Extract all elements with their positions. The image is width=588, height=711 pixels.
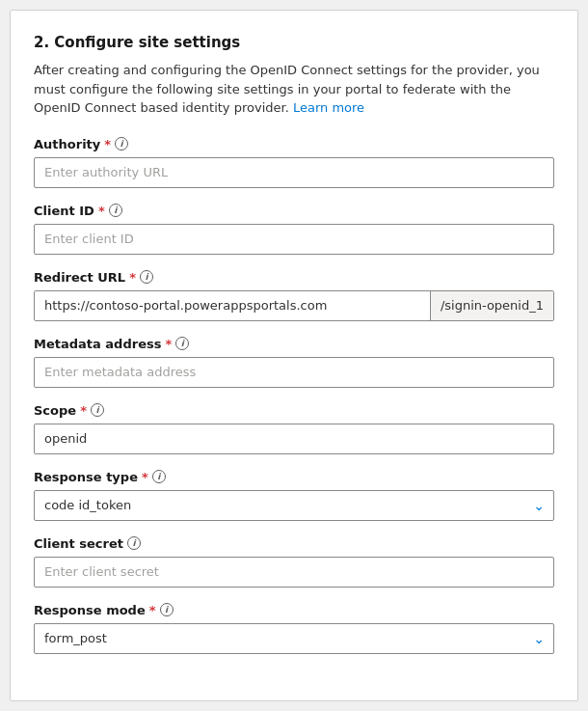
response-mode-field-group: Response mode * i form_post query fragme… <box>34 603 554 654</box>
client-secret-info-icon[interactable]: i <box>127 536 141 550</box>
authority-label: Authority <box>34 137 100 151</box>
scope-info-icon[interactable]: i <box>91 403 104 417</box>
client-secret-input[interactable] <box>34 557 554 588</box>
response-type-label-row: Response type * i <box>34 470 554 484</box>
authority-label-row: Authority * i <box>34 137 554 151</box>
scope-input[interactable] <box>34 424 554 454</box>
redirect-url-label-row: Redirect URL * i <box>34 270 554 285</box>
scope-field-group: Scope * i <box>34 403 554 454</box>
metadata-address-required: * <box>165 337 172 351</box>
response-mode-label-row: Response mode * i <box>34 603 554 617</box>
authority-required: * <box>104 137 111 151</box>
configure-site-settings-card: 2. Configure site settings After creatin… <box>10 10 578 701</box>
metadata-address-label: Metadata address <box>34 337 161 351</box>
response-type-label: Response type <box>34 470 138 484</box>
client-id-info-icon[interactable]: i <box>109 204 122 217</box>
redirect-url-label: Redirect URL <box>34 270 125 285</box>
metadata-address-input[interactable] <box>34 357 554 388</box>
redirect-url-suffix: /signin-openid_1 <box>430 291 553 320</box>
authority-field-group: Authority * i <box>34 137 554 188</box>
learn-more-link[interactable]: Learn more <box>293 100 364 115</box>
response-mode-required: * <box>149 603 156 617</box>
metadata-address-field-group: Metadata address * i <box>34 337 554 388</box>
client-id-required: * <box>98 204 105 218</box>
client-id-label-row: Client ID * i <box>34 204 554 218</box>
response-type-field-group: Response type * i code id_token code id_… <box>34 470 554 521</box>
response-type-info-icon[interactable]: i <box>152 470 166 483</box>
client-secret-label: Client secret <box>34 536 123 551</box>
response-mode-select[interactable]: form_post query fragment <box>34 623 554 654</box>
authority-input[interactable] <box>34 157 554 188</box>
scope-label: Scope <box>34 403 76 418</box>
response-mode-select-wrapper: form_post query fragment ⌄ <box>34 623 554 654</box>
redirect-url-required: * <box>129 270 136 285</box>
redirect-url-field-group: Redirect URL * i /signin-openid_1 <box>34 270 554 321</box>
authority-info-icon[interactable]: i <box>115 137 128 150</box>
section-title: 2. Configure site settings <box>34 34 554 51</box>
scope-label-row: Scope * i <box>34 403 554 418</box>
section-description: After creating and configuring the OpenI… <box>34 61 554 118</box>
client-id-field-group: Client ID * i <box>34 204 554 255</box>
client-id-input[interactable] <box>34 224 554 255</box>
client-secret-field-group: Client secret i <box>34 536 554 588</box>
response-mode-label: Response mode <box>34 603 146 617</box>
response-type-select-wrapper: code id_token code id_token token ⌄ <box>34 490 554 521</box>
redirect-url-input[interactable] <box>35 291 430 320</box>
response-mode-info-icon[interactable]: i <box>160 603 174 616</box>
redirect-url-info-icon[interactable]: i <box>140 270 153 284</box>
response-type-required: * <box>142 470 148 484</box>
scope-required: * <box>80 403 87 418</box>
client-secret-label-row: Client secret i <box>34 536 554 551</box>
metadata-address-info-icon[interactable]: i <box>175 337 189 350</box>
redirect-url-wrapper: /signin-openid_1 <box>34 290 554 321</box>
description-text: After creating and configuring the OpenI… <box>34 63 540 115</box>
client-id-label: Client ID <box>34 204 94 218</box>
response-type-select[interactable]: code id_token code id_token token <box>34 490 554 521</box>
metadata-address-label-row: Metadata address * i <box>34 337 554 351</box>
